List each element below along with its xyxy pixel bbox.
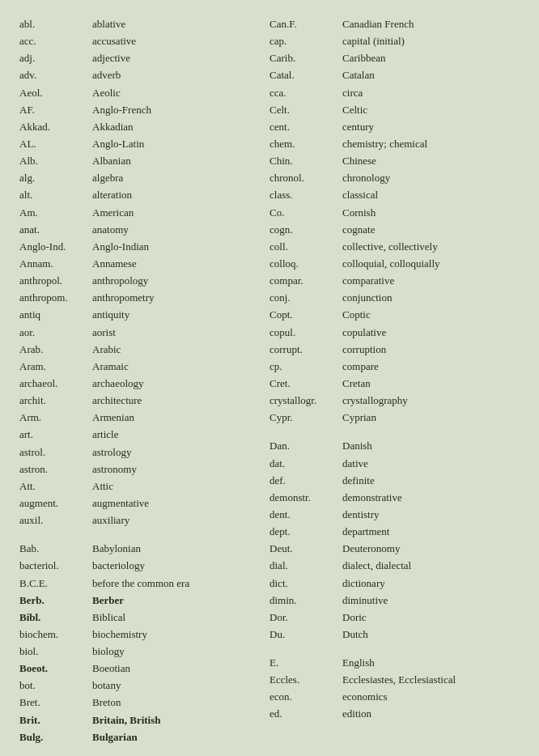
abbreviation: corrupt.: [270, 342, 342, 358]
definition: before the common era: [92, 575, 270, 592]
list-item: biochem.biochemistry: [19, 626, 270, 643]
list-item: astron.astronomy: [19, 461, 270, 478]
abbreviation: Aram.: [19, 359, 92, 375]
definition: economics: [342, 689, 520, 705]
list-item: Cypr.Cyprian: [270, 410, 520, 426]
list-item: B.C.E.before the common era: [19, 575, 270, 592]
list-item: econ.economics: [270, 689, 520, 705]
abbreviation: Co.: [270, 205, 342, 221]
list-item: Bulg.Bulgarian: [19, 729, 270, 745]
list-item: Am.American: [19, 205, 270, 221]
list-item: Anglo-Ind.Anglo-Indian: [19, 239, 270, 255]
abbreviation: copul.: [270, 325, 342, 341]
list-item: Annam.Annamese: [19, 256, 270, 272]
definition: article: [92, 427, 270, 443]
definition: antiquity: [92, 307, 270, 323]
list-item: AF.Anglo-French: [19, 102, 270, 118]
list-item: compar.comparative: [270, 273, 520, 289]
list-item: cca.circa: [270, 85, 520, 101]
definition: Bulgarian: [92, 729, 270, 745]
list-item: auxil.auxiliary: [19, 512, 270, 529]
abbreviation: compar.: [270, 273, 342, 289]
definition: Caribbean: [342, 50, 520, 66]
list-item: art.article: [19, 427, 270, 443]
abbreviation: aor.: [19, 325, 92, 341]
abbreviation: Dor.: [270, 609, 342, 626]
abbreviation: cp.: [270, 359, 342, 375]
list-item: Aeol.Aeolic: [19, 85, 270, 101]
list-item: ed.edition: [270, 706, 520, 722]
abbreviation: Brit.: [19, 712, 92, 728]
abbreviation: class.: [270, 187, 342, 203]
definition: aorist: [92, 325, 270, 341]
abbreviation: AF.: [19, 102, 92, 118]
definition: anatomy: [92, 222, 270, 238]
abbreviation: chronol.: [270, 170, 342, 186]
list-item: Co.Cornish: [270, 205, 520, 221]
spacer: [19, 529, 270, 541]
definition: auxiliary: [92, 512, 270, 529]
list-item: Arab.Arabic: [19, 342, 270, 358]
abbreviation: chem.: [270, 136, 342, 152]
abbreviation: cogn.: [270, 222, 342, 238]
definition: collective, collectively: [342, 239, 520, 255]
list-item: alg.algebra: [19, 170, 270, 186]
definition: astronomy: [92, 461, 270, 478]
spacer: [270, 427, 520, 438]
definition: dictionary: [342, 575, 520, 592]
abbreviation: Bibl.: [19, 609, 92, 626]
list-item: adj.adjective: [19, 50, 270, 66]
abbreviation: bacteriol.: [19, 558, 92, 574]
abbreviation: B.C.E.: [19, 575, 92, 592]
list-item: Boeot.Boeotian: [19, 660, 270, 677]
list-item: dimin.diminutive: [270, 592, 520, 609]
list-item: def.definite: [270, 473, 520, 489]
definition: colloquial, colloquially: [342, 256, 520, 272]
list-item: dent.dentistry: [270, 507, 520, 523]
abbreviation: AL.: [19, 136, 92, 152]
definition: Arabic: [92, 342, 270, 358]
definition: Annamese: [92, 256, 270, 272]
abbreviation: Deut.: [270, 541, 342, 557]
abbreviation: Catal.: [270, 67, 342, 83]
definition: Aramaic: [92, 359, 270, 375]
list-item: chem.chemistry; chemical: [270, 136, 520, 152]
list-item: abl.ablative: [19, 16, 270, 32]
definition: biology: [92, 643, 270, 660]
definition: Babylonian: [92, 541, 270, 557]
list-item: cap.capital (initial): [270, 33, 520, 49]
definition: capital (initial): [342, 33, 520, 49]
abbreviation: cent.: [270, 119, 342, 135]
definition: adverb: [92, 67, 270, 83]
abbreviation: dept.: [270, 524, 342, 540]
list-item: colloq.colloquial, colloquially: [270, 256, 520, 272]
definition: bacteriology: [92, 558, 270, 574]
list-item: dict.dictionary: [270, 575, 520, 592]
definition: biochemistry: [92, 626, 270, 643]
list-item: Akkad.Akkadian: [19, 119, 270, 135]
definition: Coptic: [342, 307, 520, 323]
list-item: Can.F.Canadian French: [270, 16, 520, 32]
list-item: Cret.Cretan: [270, 376, 520, 392]
abbreviation: Copt.: [270, 307, 342, 323]
definition: Biblical: [92, 609, 270, 626]
definition: dentistry: [342, 507, 520, 523]
list-item: Du.Dutch: [270, 626, 520, 643]
definition: chronology: [342, 170, 520, 186]
list-item: cp.compare: [270, 359, 520, 375]
abbreviation: Can.F.: [270, 16, 342, 32]
list-item: Bret.Breton: [19, 694, 270, 711]
abbreviation: Alb.: [19, 153, 92, 169]
list-item: E.English: [270, 655, 520, 671]
definition: Cretan: [342, 376, 520, 392]
abbreviation: alg.: [19, 170, 92, 186]
abbreviation: biol.: [19, 643, 92, 660]
definition: cognate: [342, 222, 520, 238]
definition: Boeotian: [92, 660, 270, 677]
abbreviation: conj.: [270, 290, 342, 306]
abbreviation: Boeot.: [19, 660, 92, 677]
definition: Cyprian: [342, 410, 520, 426]
definition: English: [342, 655, 520, 671]
definition: Danish: [342, 438, 520, 454]
abbreviation: econ.: [270, 689, 342, 705]
